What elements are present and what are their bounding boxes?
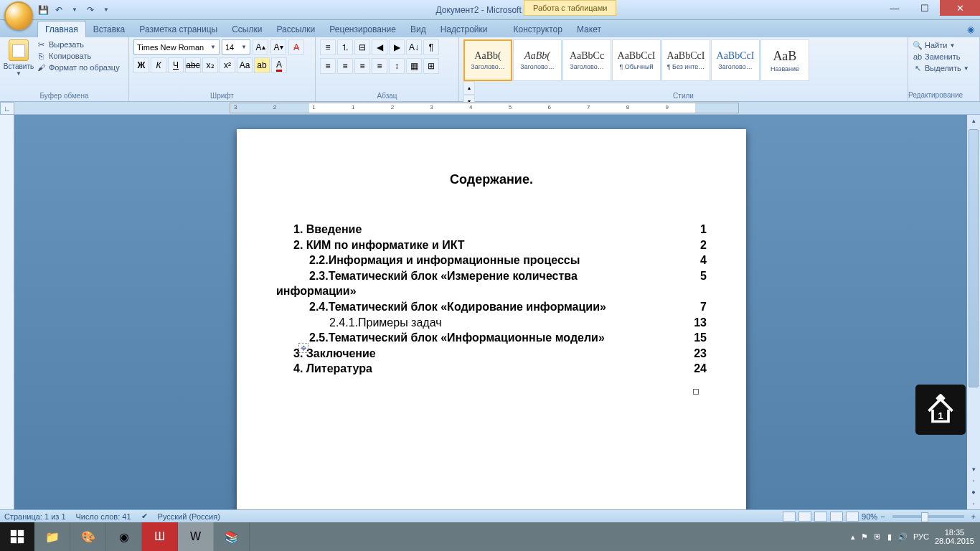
tab-insert[interactable]: Вставка bbox=[86, 22, 133, 37]
tray-language[interactable]: РУС bbox=[913, 532, 929, 541]
save-icon[interactable]: 💾 bbox=[37, 4, 49, 16]
font-color-button[interactable]: A bbox=[271, 57, 287, 73]
format-painter-button[interactable]: 🖌Формат по образцу bbox=[36, 62, 120, 72]
horizontal-ruler[interactable]: 3 2 1 1 2 3 4 5 6 7 8 9 bbox=[230, 103, 739, 113]
align-left-button[interactable]: ≡ bbox=[320, 58, 336, 74]
status-page[interactable]: Страница: 1 из 1 bbox=[4, 512, 66, 521]
style-item[interactable]: AaBbCcЗаголово… bbox=[562, 39, 611, 81]
font-name-combo[interactable]: Times New Roman▼ bbox=[133, 39, 220, 55]
multilevel-button[interactable]: ⊟ bbox=[354, 39, 370, 55]
zoom-level[interactable]: 90% bbox=[862, 512, 877, 521]
view-full-reading[interactable] bbox=[798, 512, 811, 522]
show-marks-button[interactable]: ¶ bbox=[423, 39, 439, 55]
superscript-button[interactable]: x² bbox=[220, 57, 235, 73]
next-page-button[interactable]: ◦ bbox=[967, 498, 980, 509]
tab-table-design[interactable]: Конструктор bbox=[507, 22, 570, 37]
tab-addins[interactable]: Надстройки bbox=[433, 22, 495, 37]
zoom-slider[interactable] bbox=[892, 515, 964, 518]
style-item[interactable]: AaBbCcIЗаголово… bbox=[711, 39, 760, 81]
help-icon[interactable]: ◉ bbox=[961, 22, 980, 37]
increase-indent-button[interactable]: ▶ bbox=[389, 39, 405, 55]
tab-review[interactable]: Рецензирование bbox=[322, 22, 403, 37]
line-spacing-button[interactable]: ↕ bbox=[389, 58, 405, 74]
replace-button[interactable]: abЗаменить bbox=[913, 51, 975, 62]
taskbar-app-red[interactable]: Ш bbox=[142, 522, 178, 551]
italic-button[interactable]: К bbox=[151, 57, 166, 73]
redo-icon[interactable]: ↷ bbox=[85, 4, 96, 16]
undo-dropdown-icon[interactable]: ▼ bbox=[69, 4, 80, 16]
style-item[interactable]: AaBbCcI¶ Обычный bbox=[612, 39, 661, 81]
tray-shield-icon[interactable]: ⛨ bbox=[874, 532, 882, 541]
status-language[interactable]: Русский (Россия) bbox=[158, 512, 220, 521]
taskbar-word[interactable]: W bbox=[178, 522, 214, 551]
align-right-button[interactable]: ≡ bbox=[354, 58, 370, 74]
qat-customize-icon[interactable]: ▼ bbox=[100, 4, 112, 16]
tab-pagelayout[interactable]: Разметка страницы bbox=[132, 22, 225, 37]
office-button[interactable] bbox=[4, 1, 33, 30]
tray-flag-icon[interactable]: ⚑ bbox=[861, 532, 868, 542]
tab-home[interactable]: Главная bbox=[37, 21, 86, 37]
change-case-button[interactable]: Aa bbox=[237, 57, 253, 73]
view-outline[interactable] bbox=[830, 512, 843, 522]
tab-selector[interactable]: ∟ bbox=[0, 102, 14, 115]
paste-button[interactable]: Вставить ▼ bbox=[4, 39, 33, 77]
decrease-indent-button[interactable]: ◀ bbox=[372, 39, 387, 55]
tab-mailings[interactable]: Рассылки bbox=[269, 22, 322, 37]
browse-object-button[interactable]: ● bbox=[967, 486, 980, 498]
view-draft[interactable] bbox=[846, 512, 859, 522]
vertical-scrollbar[interactable]: ▴ ▾ ◦ ● ◦ bbox=[967, 115, 980, 509]
tray-volume-icon[interactable]: 🔊 bbox=[897, 532, 908, 542]
borders-button[interactable]: ⊞ bbox=[423, 58, 439, 74]
numbering-button[interactable]: ⒈ bbox=[337, 39, 353, 55]
taskbar-winrar[interactable]: 📚 bbox=[214, 522, 250, 551]
align-center-button[interactable]: ≡ bbox=[337, 58, 353, 74]
tab-references[interactable]: Ссылки bbox=[225, 22, 269, 37]
font-size-combo[interactable]: 14▼ bbox=[222, 39, 250, 55]
tray-clock[interactable]: 18:35 28.04.2015 bbox=[935, 528, 974, 545]
style-item[interactable]: AaBb(Заголово… bbox=[513, 39, 562, 81]
zoom-in-button[interactable]: + bbox=[971, 512, 976, 521]
restore-button[interactable]: ☐ bbox=[910, 0, 940, 16]
find-button[interactable]: 🔍Найти ▼ bbox=[913, 39, 975, 51]
tray-network-icon[interactable]: ▮ bbox=[887, 532, 892, 542]
clear-formatting-button[interactable]: A̶ bbox=[288, 39, 304, 55]
tray-up-icon[interactable]: ▴ bbox=[851, 532, 855, 542]
subscript-button[interactable]: x₂ bbox=[202, 57, 218, 73]
style-item[interactable]: AaBb(Заголово… bbox=[463, 39, 512, 81]
view-print-layout[interactable] bbox=[783, 512, 796, 522]
tab-table-layout[interactable]: Макет bbox=[570, 22, 608, 37]
style-item[interactable]: AaBbCcI¶ Без инте… bbox=[661, 39, 710, 81]
status-words[interactable]: Число слов: 41 bbox=[76, 512, 131, 521]
home-overlay-button[interactable]: 1 bbox=[915, 385, 966, 435]
shrink-font-button[interactable]: A▾ bbox=[270, 39, 286, 55]
undo-icon[interactable]: ↶ bbox=[53, 4, 65, 16]
prev-page-button[interactable]: ◦ bbox=[967, 475, 980, 486]
sort-button[interactable]: A↓ bbox=[406, 39, 422, 55]
bullets-button[interactable]: ≡ bbox=[320, 39, 336, 55]
document-page[interactable]: Содержание. 1. Введение12. КИМ по информ… bbox=[237, 129, 746, 509]
strike-button[interactable]: abc bbox=[185, 57, 201, 73]
close-button[interactable]: ✕ bbox=[940, 0, 980, 16]
status-proof[interactable]: ✔ bbox=[141, 512, 148, 521]
underline-button[interactable]: Ч bbox=[168, 57, 184, 73]
start-button[interactable] bbox=[0, 522, 34, 551]
vertical-ruler[interactable] bbox=[0, 115, 14, 509]
taskbar-chrome[interactable]: ◉ bbox=[106, 522, 142, 551]
tab-view[interactable]: Вид bbox=[403, 22, 433, 37]
table-move-handle[interactable]: ✥ bbox=[298, 343, 308, 353]
select-button[interactable]: ↖Выделить ▼ bbox=[913, 62, 975, 74]
cut-button[interactable]: ✂Вырезать bbox=[36, 39, 120, 50]
zoom-out-button[interactable]: − bbox=[880, 512, 885, 521]
scroll-up-button[interactable]: ▴ bbox=[967, 115, 980, 126]
highlight-button[interactable]: ab bbox=[254, 57, 270, 73]
minimize-button[interactable]: — bbox=[880, 0, 910, 16]
taskbar-explorer[interactable]: 📁 bbox=[34, 522, 70, 551]
taskbar-paint[interactable]: 🎨 bbox=[70, 522, 106, 551]
scroll-thumb[interactable] bbox=[969, 129, 979, 387]
view-web[interactable] bbox=[814, 512, 827, 522]
bold-button[interactable]: Ж bbox=[133, 57, 149, 73]
shading-button[interactable]: ▦ bbox=[406, 58, 422, 74]
scroll-down-button[interactable]: ▾ bbox=[967, 463, 980, 475]
copy-button[interactable]: ⎘Копировать bbox=[36, 51, 120, 61]
style-item[interactable]: АаВНазвание bbox=[760, 39, 809, 81]
